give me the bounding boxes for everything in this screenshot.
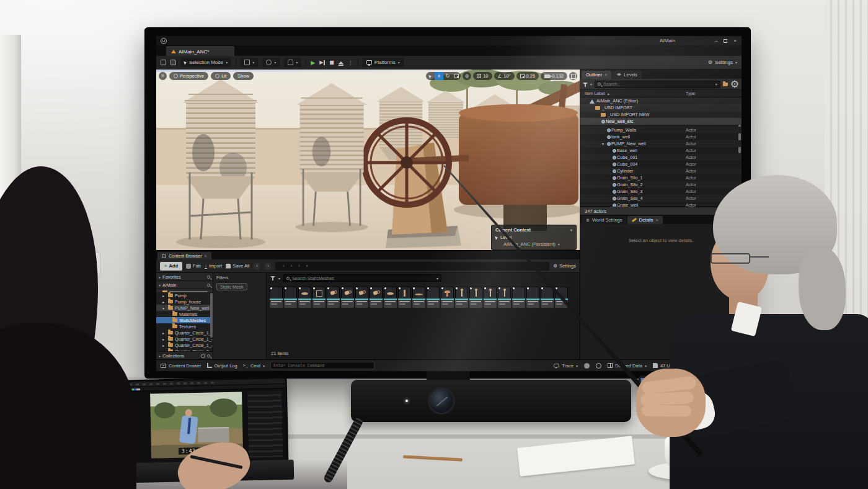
outliner-row[interactable]: Grain_Silo_4 Actor — [580, 195, 742, 202]
camera-speed-control[interactable]: 0.132 — [541, 72, 567, 80]
folder-row[interactable]: ▸ Pump_house — [156, 298, 213, 305]
show-dropdown[interactable]: Show — [233, 72, 254, 80]
cmd-dropdown[interactable]: >_Cmd▾ — [243, 363, 265, 369]
breadcrumb-segment[interactable] — [280, 263, 288, 269]
expand-arrow-icon[interactable]: ▸ — [162, 294, 166, 298]
asset-search-input[interactable]: Search StaticMeshes ▾ — [283, 274, 441, 282]
breadcrumb-segment[interactable] — [303, 263, 311, 269]
scale-tool[interactable] — [452, 72, 461, 80]
asset-tile[interactable] — [355, 287, 368, 308]
asset-tile[interactable] — [441, 287, 454, 308]
content-icon[interactable] — [170, 60, 176, 65]
save-all-button[interactable]: Save All — [226, 263, 249, 269]
derived-data-dropdown[interactable]: Derived Data▾ — [608, 363, 647, 369]
output-log-button[interactable]: Output Log — [207, 363, 237, 369]
cb-settings-button[interactable]: ⚙ Settings — [553, 263, 576, 269]
selection-mode-button[interactable]: Selection Mode ▾ — [180, 58, 231, 67]
tab-world-settings[interactable]: ⊕ World Settings — [582, 216, 627, 224]
outliner-row[interactable]: Cube_004 Actor — [580, 161, 742, 168]
close-icon[interactable]: × — [205, 254, 207, 258]
minimize-button[interactable]: – — [715, 38, 717, 43]
outliner-row[interactable]: Base_well Actor — [580, 147, 742, 154]
trace-dropdown[interactable]: Trace▾ — [554, 363, 578, 369]
new-folder-icon[interactable] — [723, 83, 728, 86]
lit-dropdown[interactable]: Lit — [211, 72, 231, 80]
outliner-row[interactable]: tank_well Actor — [580, 133, 742, 140]
close-icon[interactable]: × — [604, 73, 607, 77]
outliner-row[interactable]: New_well_etc — [580, 118, 742, 125]
add-button[interactable]: +Add — [160, 262, 182, 271]
expand-arrow-icon[interactable]: ▸ — [162, 331, 166, 335]
folder-row[interactable]: ▾ PUMP_New_well — [156, 305, 213, 311]
folder-row[interactable]: Materials — [156, 311, 213, 317]
outliner-row[interactable]: Pump_Walls Actor — [580, 127, 742, 133]
folder-row[interactable]: Textures — [156, 323, 213, 330]
search-icon[interactable] — [207, 284, 210, 287]
tab-content-browser[interactable]: Content Browser × — [157, 252, 211, 259]
outliner-settings-icon[interactable]: ⚙ — [730, 78, 739, 90]
outliner-row[interactable]: AIMain_ANC (Editor) — [580, 97, 742, 104]
asset-tile[interactable] — [469, 287, 482, 308]
maximize-button[interactable] — [724, 39, 727, 43]
asset-tile[interactable] — [284, 287, 297, 308]
asset-tile[interactable] — [526, 287, 539, 308]
folder-row[interactable]: StaticMeshes — [156, 317, 213, 323]
column-item-label[interactable]: Item Label — [585, 91, 605, 96]
blueprints-button[interactable]: ▾ — [262, 58, 280, 67]
asset-tile[interactable] — [484, 287, 497, 308]
status-round-icon[interactable] — [584, 363, 590, 369]
play-options-kebab-icon[interactable]: ⋮ — [348, 60, 353, 66]
search-icon[interactable] — [207, 354, 210, 357]
viewport-menu-icon[interactable]: ≡ — [159, 72, 167, 80]
level-tab[interactable]: AIMain_ANC* — [166, 47, 234, 56]
eject-button[interactable] — [339, 61, 343, 64]
close-icon[interactable]: × — [655, 218, 658, 222]
select-tool[interactable] — [426, 72, 435, 80]
column-type[interactable]: Type — [686, 91, 695, 96]
platforms-button[interactable]: Platforms ▾ — [363, 58, 404, 67]
folder-row[interactable]: ▸ Pump — [156, 292, 213, 298]
outliner-row[interactable]: ▾ PUMP_New_well Actor — [580, 140, 742, 147]
stop-button[interactable]: ■ — [329, 60, 334, 65]
asset-tile[interactable] — [312, 287, 326, 308]
expand-arrow-icon[interactable]: ▸ — [162, 349, 166, 352]
expand-arrow-icon[interactable]: ▸ — [162, 343, 166, 348]
perspective-dropdown[interactable]: Perspective — [169, 72, 208, 80]
outliner-row[interactable]: Grate_well Actor — [580, 202, 742, 207]
expand-arrow-icon[interactable]: ▾ — [162, 306, 166, 310]
asset-tile[interactable] — [398, 287, 411, 308]
skip-button[interactable]: ▶ — [319, 60, 325, 65]
asset-tile[interactable] — [455, 287, 468, 308]
rotation-snap-control[interactable]: ∠10° — [494, 72, 515, 80]
collections-header[interactable]: ▸Collections — [156, 351, 213, 359]
filter-chip-static-mesh[interactable]: Static Mesh — [216, 283, 247, 290]
console-input[interactable]: Enter Console Command — [270, 362, 374, 369]
tree-scrollbar[interactable] — [210, 293, 213, 338]
viewport[interactable]: ≡ Perspective Lit Show + ↻ ⊕ 10 ∠10° — [156, 70, 580, 250]
add-actor-button[interactable]: ▾ — [241, 58, 258, 67]
outliner-row[interactable]: _USD IMPORT — [580, 104, 742, 111]
forward-button[interactable]: › — [264, 262, 272, 270]
add-collection-icon[interactable] — [201, 354, 205, 358]
asset-tile[interactable] — [427, 287, 440, 308]
world-space-toggle[interactable]: ⊕ — [463, 72, 471, 80]
chevron-down-icon[interactable]: ▾ — [570, 228, 572, 232]
filter-icon[interactable] — [583, 82, 588, 87]
import-button[interactable]: ↓Import — [205, 263, 222, 269]
fab-button[interactable]: Fab — [186, 263, 201, 269]
asset-tile[interactable] — [270, 287, 283, 308]
scale-snap-control[interactable]: 0.25 — [516, 72, 539, 80]
project-root-header[interactable]: ▾AIMain — [156, 281, 213, 289]
asset-tile[interactable] — [298, 287, 311, 308]
asset-tile[interactable] — [412, 287, 425, 308]
breadcrumb-segment[interactable] — [295, 263, 303, 269]
outliner-row[interactable]: _USD IMPORT NEW — [580, 111, 742, 118]
folder-row[interactable]: ▸ Quarter_Circle_1_-_Sq — [156, 342, 213, 348]
breadcrumb-segment[interactable] — [288, 263, 296, 269]
asset-tile[interactable] — [498, 287, 511, 308]
maximize-viewport-button[interactable] — [569, 72, 577, 80]
cinematics-button[interactable]: ▾ — [284, 58, 301, 67]
settings-button[interactable]: Settings — [715, 60, 733, 65]
expand-arrow-icon[interactable]: ▾ — [602, 141, 606, 146]
asset-tile[interactable] — [541, 287, 554, 308]
